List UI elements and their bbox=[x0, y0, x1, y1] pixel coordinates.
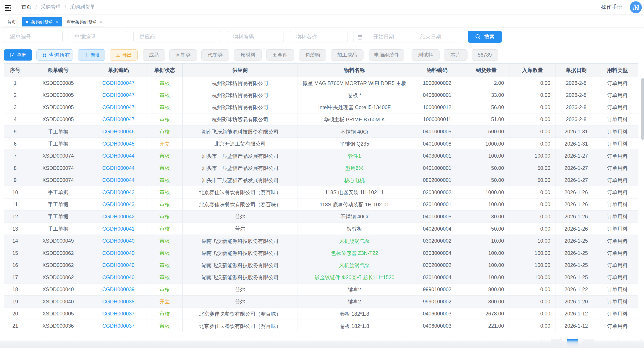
svg-text:M: M bbox=[632, 3, 640, 12]
